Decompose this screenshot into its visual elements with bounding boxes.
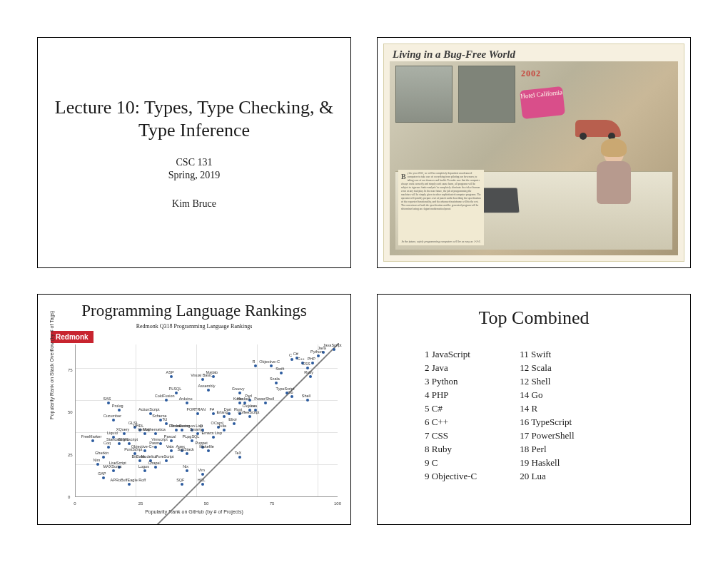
ranking-item: 11 Swift	[520, 349, 574, 360]
data-point	[238, 456, 241, 459]
data-point-label: PureScript	[156, 454, 174, 459]
data-point	[91, 439, 94, 442]
data-point-label: PLSQL	[169, 387, 182, 391]
data-point-label: Kotlin	[233, 397, 243, 401]
data-point	[306, 399, 309, 402]
ranking-item: 12 Scala	[520, 362, 574, 374]
data-point-label: Scala	[270, 377, 280, 381]
data-point	[165, 399, 168, 402]
data-point	[212, 375, 215, 378]
data-point-label: ASP	[166, 369, 174, 374]
data-point	[170, 449, 173, 452]
x-tick: 25	[138, 501, 143, 506]
data-point-label: Cucumber	[103, 414, 121, 418]
author-name: Kim Bruce	[172, 198, 216, 210]
data-point-label: C	[289, 353, 292, 357]
ad-frame: Living in a Bug-Free World 2002 Hotel Ca…	[383, 44, 684, 262]
data-point-label: SQF	[176, 478, 184, 482]
data-point	[207, 389, 210, 392]
data-point-label: Swift	[275, 367, 284, 371]
data-point-label: PostScript	[124, 447, 142, 451]
data-point-label: Julia	[218, 424, 226, 428]
data-point	[317, 354, 320, 357]
data-point	[107, 446, 110, 449]
data-point	[201, 473, 204, 476]
y-axis-label: Popularity Rank on Stack Overflow (by # …	[49, 311, 54, 419]
data-point-label: Pascal	[164, 434, 176, 438]
data-point-label: Clojure	[243, 404, 255, 408]
data-point	[138, 459, 141, 462]
data-point	[223, 415, 226, 418]
data-point-label: C#	[293, 351, 298, 355]
data-point-label: TeX	[235, 451, 241, 455]
data-point-label: FreeMarker	[81, 434, 101, 438]
ranking-item: 17 PowerShell	[520, 430, 574, 441]
ranking-item: 3 Python	[425, 376, 477, 387]
data-point-label: SAS	[103, 397, 111, 401]
data-point	[196, 412, 199, 415]
data-point-label: Nix	[183, 464, 188, 469]
ranking-item: 18 Perl	[520, 444, 574, 455]
ranking-item: 5 C#	[425, 403, 477, 414]
x-tick: 100	[334, 501, 341, 506]
ranking-item: 16 TypeScript	[520, 417, 574, 428]
rankings-right-column: 11 Swift12 Scala12 Shell14 Go14 R16 Type…	[520, 349, 574, 482]
data-point-label: Prolog	[112, 404, 123, 408]
data-point-label: Makefile	[199, 444, 213, 449]
chart-shell: Redmonk Q318 Programming Language Rankin…	[49, 323, 339, 516]
data-point-label: CSS	[302, 362, 310, 366]
data-point-label: R	[253, 359, 256, 364]
person-figure	[585, 141, 642, 227]
data-point-label: Assembly	[198, 383, 216, 387]
data-point-label: Modelica	[141, 454, 157, 459]
y-tick: 25	[68, 453, 73, 457]
rankings-columns: 1 JavaScript2 Java3 Python4 PHP5 C#6 C++…	[398, 349, 670, 482]
data-point-label: Processing	[171, 424, 190, 428]
data-point	[311, 362, 314, 364]
data-point-label: F#	[210, 407, 214, 411]
x-tick: 50	[204, 501, 209, 506]
data-point	[290, 358, 293, 361]
data-point-label: PLpgSQL	[183, 434, 200, 438]
data-point-label: Objective-C	[259, 359, 280, 364]
data-point	[102, 456, 105, 459]
data-point	[149, 412, 152, 415]
data-point	[309, 375, 312, 378]
chart-slide-title: Programming Language Rankings	[45, 302, 343, 320]
x-tick: 0	[74, 501, 76, 506]
drop-cap: B	[401, 172, 406, 182]
data-point	[165, 422, 168, 425]
data-point	[170, 375, 173, 378]
y-tick: 50	[68, 410, 73, 414]
data-point-label: Vim	[198, 468, 204, 472]
data-point-label: SaltStack	[178, 447, 194, 451]
ranking-item: 7 CSS	[425, 430, 477, 441]
data-point	[275, 382, 278, 384]
data-point	[285, 392, 288, 394]
data-point-label: Erlang	[217, 410, 228, 414]
data-point-label: PowerShell	[254, 397, 274, 401]
ad-headline: Living in a Bug-Free World	[393, 48, 515, 61]
data-point-label: PHP	[308, 356, 315, 360]
data-point	[290, 395, 293, 398]
data-point-label: Brightscript	[118, 437, 138, 441]
data-point-label: Elixir	[228, 417, 237, 422]
data-point-label: HCL	[198, 478, 206, 482]
data-point-label: ColdFusion	[155, 394, 175, 398]
data-point-label: Smarty	[190, 427, 202, 431]
data-point-label: GAP	[98, 471, 106, 475]
redmonk-brand: Redmonk	[51, 331, 93, 343]
data-point-label: Vala	[166, 444, 174, 449]
ad-footer: In the future, safely programming comput…	[398, 240, 484, 244]
y-tick: 0	[68, 495, 70, 499]
ad-body-text: B y the year 2000, we will be completely…	[398, 170, 484, 245]
data-point-label: Visual Basic	[191, 373, 212, 377]
ranking-item: 12 Shell	[520, 376, 574, 387]
rankings-title: Top Combined	[398, 307, 670, 329]
data-point-label: Shell	[302, 394, 310, 398]
year-sign: 2002	[521, 68, 541, 79]
data-point	[170, 439, 173, 442]
data-point	[165, 459, 168, 462]
data-point-label: Liquid	[107, 431, 118, 435]
data-point-label: FORTRAN	[187, 407, 206, 411]
